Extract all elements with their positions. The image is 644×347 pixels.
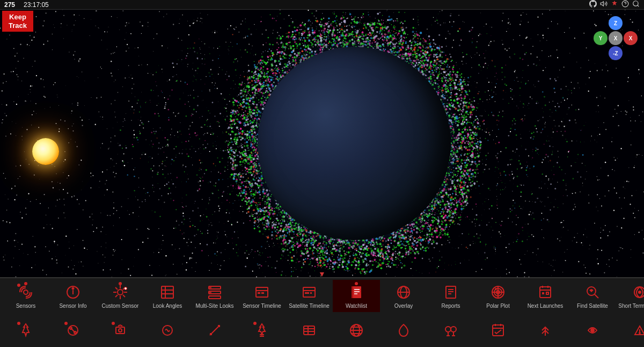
sun — [32, 138, 59, 165]
svg-point-5 — [24, 290, 28, 294]
satellite-timeline-icon — [299, 283, 319, 302]
toolbar-item-reports[interactable]: Reports — [427, 280, 474, 312]
toolbar-item-r2-2[interactable] — [97, 315, 144, 347]
svg-point-88 — [590, 328, 595, 332]
polar-plot-label: Polar Plot — [486, 303, 509, 309]
toolbar-item-r2-10[interactable] — [474, 315, 522, 347]
toolbar-item-r2-13[interactable] — [616, 315, 644, 347]
toolbar-collapse-btn[interactable]: ▼ — [318, 270, 326, 278]
toolbar-item-sensor-info[interactable]: Sensor Info — [49, 280, 97, 312]
axis-controls: Z Y X X -Z — [594, 16, 638, 60]
axis-x-right-btn[interactable]: X — [624, 31, 638, 45]
r2-icon-11 — [536, 321, 555, 340]
svg-point-65 — [119, 329, 122, 332]
svg-rect-64 — [116, 327, 125, 334]
r2-icon-5 — [252, 321, 272, 340]
r2-icon-10 — [488, 321, 508, 340]
space-view[interactable] — [0, 10, 644, 277]
svg-point-3 — [633, 1, 638, 6]
toolbar-item-r2-9[interactable] — [427, 315, 474, 347]
custom-sensor-label: Custom Sensor — [102, 303, 139, 309]
overlay-label: Overlay — [394, 303, 413, 309]
look-angles-icon — [158, 283, 177, 302]
toolbar-item-r2-11[interactable] — [522, 315, 569, 347]
sensor-info-icon — [63, 283, 83, 302]
toolbar-item-look-angles[interactable]: Look Angles — [144, 280, 191, 312]
toolbar-item-multi-site-looks[interactable]: Multi-Site Looks — [191, 280, 238, 312]
toolbar-item-r2-7[interactable] — [333, 315, 380, 347]
toolbar-item-sensors[interactable]: Sensors — [2, 280, 49, 312]
svg-line-4 — [638, 5, 639, 7]
svg-rect-24 — [258, 292, 260, 294]
search-icon[interactable] — [632, 0, 640, 9]
next-launches-icon — [536, 283, 555, 302]
bottom-toolbar: ▼ Sensors Sensor Info — [0, 277, 644, 347]
toolbar-item-watchlist[interactable]: Watchlist — [333, 280, 380, 312]
toolbar-item-r2-8[interactable] — [380, 315, 427, 347]
toolbar-item-custom-sensor[interactable]: Custom Sensor — [97, 280, 144, 312]
toolbar-item-find-satellite[interactable]: Find Satellite — [569, 280, 616, 312]
toolbar-item-overlay[interactable]: Overlay — [380, 280, 427, 312]
logo-line1: Keep — [9, 13, 26, 21]
help-icon[interactable] — [621, 0, 629, 9]
next-launches-label: Next Launches — [528, 303, 564, 309]
toolbar-item-satellite-timeline[interactable]: Satellite Timeline — [286, 280, 333, 312]
axis-x-left-btn[interactable]: X — [609, 31, 623, 45]
toolbar-item-r2-6[interactable] — [286, 315, 333, 347]
r2-icon-6 — [299, 321, 319, 340]
axis-z-bottom-btn[interactable]: -Z — [609, 46, 623, 60]
look-angles-label: Look Angles — [153, 303, 182, 309]
sound-icon[interactable] — [600, 0, 608, 9]
svg-rect-29 — [310, 292, 312, 294]
r2-icon-2 — [111, 321, 130, 340]
polar-plot-icon — [488, 283, 508, 302]
find-satellite-icon — [583, 283, 602, 302]
toolbar-item-r2-4[interactable] — [191, 315, 238, 347]
sensor-timeline-icon — [252, 283, 272, 302]
svg-rect-52 — [542, 292, 544, 294]
logo-line2: Track — [9, 21, 27, 30]
toolbar-row-1: Sensors Sensor Info — [0, 278, 644, 313]
multi-site-looks-label: Multi-Site Looks — [195, 303, 233, 309]
toolbar-item-r2-5[interactable] — [238, 315, 286, 347]
github-icon[interactable] — [589, 0, 597, 9]
toolbar-item-r2-1[interactable] — [49, 315, 97, 347]
sensor-info-label: Sensor Info — [59, 303, 86, 309]
svg-rect-19 — [209, 296, 221, 299]
toolbar-rows: Sensors Sensor Info — [0, 278, 644, 347]
svg-point-90 — [639, 332, 640, 334]
toolbar-item-r2-3[interactable] — [144, 315, 191, 347]
svg-point-8 — [72, 288, 74, 290]
toolbar-item-next-launches[interactable]: Next Launches — [522, 280, 569, 312]
r2-icon-8 — [394, 321, 413, 340]
svg-point-78 — [451, 327, 456, 332]
topbar-time: 23:17:05 — [19, 1, 53, 9]
toolbar-item-sensor-timeline[interactable]: Sensor Timeline — [238, 280, 286, 312]
svg-rect-83 — [493, 325, 503, 336]
svg-rect-13 — [162, 286, 173, 298]
settings-icon[interactable] — [611, 0, 618, 9]
toolbar-item-short-term-fence[interactable]: Short Term Fence — [616, 280, 644, 312]
svg-point-47 — [495, 288, 497, 290]
svg-point-77 — [445, 327, 451, 332]
svg-point-9 — [118, 290, 123, 295]
short-term-fence-icon — [630, 283, 644, 302]
toolbar-row-2 — [0, 313, 644, 347]
r2-icon-13 — [630, 321, 644, 340]
logo: Keep Track — [2, 11, 33, 32]
axis-y-btn[interactable]: Y — [594, 31, 608, 45]
axis-z-top-btn[interactable]: Z — [609, 16, 623, 30]
r2-icon-0 — [16, 321, 35, 340]
find-satellite-label: Find Satellite — [577, 303, 608, 309]
sensor-timeline-label: Sensor Timeline — [243, 303, 281, 309]
reports-label: Reports — [441, 303, 460, 309]
toolbar-item-r2-12[interactable] — [569, 315, 616, 347]
watchlist-icon — [347, 283, 366, 302]
watchlist-label: Watchlist — [346, 303, 367, 309]
toolbar-item-r2-0[interactable] — [2, 315, 49, 347]
svg-marker-0 — [601, 2, 603, 6]
r2-icon-3 — [158, 321, 177, 340]
toolbar-item-polar-plot[interactable]: Polar Plot — [474, 280, 522, 312]
svg-line-55 — [595, 294, 598, 298]
globe — [258, 47, 451, 240]
